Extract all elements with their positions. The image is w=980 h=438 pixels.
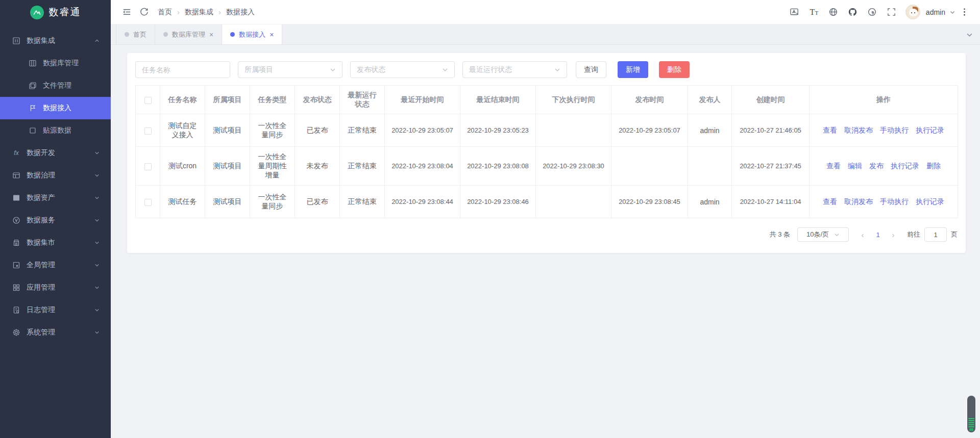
refresh-button[interactable] — [135, 4, 153, 21]
tab-label: 首页 — [133, 30, 146, 39]
next-page-button[interactable]: › — [887, 227, 900, 242]
username-label[interactable]: admin — [926, 8, 945, 16]
refresh-icon — [139, 7, 149, 17]
sidebar-item-label: 贴源数据 — [43, 126, 71, 135]
page-content: 所属项目 发布状态 最近运行状态 查询 新增 删除 — [111, 45, 980, 438]
action-exec-log-link[interactable]: 执行记录 — [891, 162, 919, 171]
tab-close-icon[interactable]: × — [270, 31, 274, 38]
page-size-value: 10条/页 — [806, 230, 829, 239]
action-unpublish-link[interactable]: 取消发布 — [844, 197, 873, 207]
col-end-time: 最近结束时间 — [460, 86, 536, 114]
grid-table-icon — [12, 171, 20, 179]
add-button[interactable]: 新增 — [618, 61, 648, 78]
delete-button[interactable]: 删除 — [659, 61, 690, 78]
sidebar-collapse-button[interactable] — [118, 4, 135, 21]
select-all-checkbox[interactable] — [144, 97, 152, 104]
cell-operations: 查看编辑发布执行记录删除 — [810, 147, 958, 186]
action-exec-log-link[interactable]: 执行记录 — [916, 197, 944, 207]
top-header: 首页 › 数据集成 › 数据接入 TT — [111, 0, 980, 24]
sidebar-item-app-management[interactable]: 应用管理 — [0, 276, 111, 299]
pagination: 共 3 条 10条/页 ‹ 1 › 前往 页 — [135, 227, 958, 242]
cell-run-status: 正常结束 — [340, 114, 385, 147]
sidebar-item-data-integration[interactable]: 数据集成 — [0, 30, 111, 52]
row-checkbox[interactable] — [144, 163, 152, 170]
row-checkbox[interactable] — [144, 199, 152, 206]
chevron-down-icon — [94, 150, 100, 156]
publish-status-placeholder: 发布状态 — [357, 65, 385, 74]
fullscreen-button[interactable] — [883, 4, 900, 21]
tab-close-icon[interactable]: × — [209, 31, 213, 38]
run-status-select[interactable]: 最近运行状态 — [462, 61, 567, 78]
cell-publisher: admin — [688, 186, 732, 218]
page-size-select[interactable]: 10条/页 — [797, 227, 849, 242]
sidebar-item-log-management[interactable]: 日志管理 — [0, 299, 111, 321]
col-task-type: 任务类型 — [250, 86, 295, 114]
sidebar-item-label: 数据治理 — [27, 171, 55, 180]
chevron-up-icon — [94, 38, 100, 43]
goto-page-input[interactable] — [924, 227, 947, 242]
gitee-button[interactable] — [864, 4, 881, 21]
sidebar-item-file-management[interactable]: 文件管理 — [0, 74, 111, 97]
cell-end-time: 2022-10-29 23:08:46 — [460, 186, 536, 218]
action-view-link[interactable]: 查看 — [823, 126, 837, 135]
action-exec-log-link[interactable]: 执行记录 — [916, 126, 944, 135]
fx-icon: fx — [12, 149, 20, 157]
tab-database-management[interactable]: 数据库管理 × — [155, 24, 222, 44]
github-button[interactable] — [844, 4, 862, 21]
sidebar-item-source-data[interactable]: 贴源数据 — [0, 119, 111, 142]
user-avatar[interactable] — [905, 5, 920, 19]
publish-status-select[interactable]: 发布状态 — [350, 61, 455, 78]
more-menu-button[interactable] — [958, 4, 971, 21]
prev-page-button[interactable]: ‹ — [856, 227, 869, 242]
sidebar-item-data-services[interactable]: 数据服务 — [0, 209, 111, 231]
log-doc-icon — [12, 306, 20, 314]
action-view-link[interactable]: 查看 — [823, 197, 837, 207]
sidebar-item-global-management[interactable]: 全局管理 — [0, 254, 111, 276]
action-unpublish-link[interactable]: 取消发布 — [844, 126, 873, 135]
chevron-down-icon — [94, 263, 100, 268]
screenshot-translate-button[interactable] — [786, 4, 803, 21]
action-manual-run-link[interactable]: 手动执行 — [880, 197, 909, 207]
breadcrumb-home[interactable]: 首页 — [158, 8, 172, 17]
action-manual-run-link[interactable]: 手动执行 — [880, 126, 909, 135]
terminal-icon — [12, 194, 20, 202]
tab-home[interactable]: 首页 — [116, 24, 155, 44]
sidebar-item-database-management[interactable]: 数据库管理 — [0, 52, 111, 74]
cell-task-type: 一次性全量同步 — [250, 186, 295, 218]
search-button[interactable]: 查询 — [576, 61, 606, 78]
sidebar-item-data-development[interactable]: fx 数据开发 — [0, 142, 111, 164]
scroll-widget[interactable] — [967, 396, 975, 432]
files-icon — [29, 82, 37, 90]
tab-bar: 首页 数据库管理 × 数据接入 × — [111, 24, 980, 45]
task-name-input[interactable] — [135, 61, 230, 78]
action-edit-link[interactable]: 编辑 — [848, 162, 862, 171]
app-title: 数睿通 — [49, 6, 81, 19]
language-button[interactable] — [825, 4, 842, 21]
tasks-table: 任务名称 所属项目 任务类型 发布状态 最新运行状态 最近开始时间 最近结束时间… — [135, 85, 958, 218]
app-logo[interactable]: 数睿通 — [0, 0, 111, 24]
breadcrumb-data-integration[interactable]: 数据集成 — [185, 8, 213, 17]
action-delete-link[interactable]: 删除 — [926, 162, 941, 171]
sidebar-item-data-access[interactable]: 数据接入 — [0, 97, 111, 119]
project-select[interactable]: 所属项目 — [238, 61, 342, 78]
sidebar-item-data-mart[interactable]: 数据集市 — [0, 231, 111, 254]
sidebar-item-label: 全局管理 — [27, 261, 55, 270]
cell-operations: 查看取消发布手动执行执行记录 — [810, 186, 958, 218]
chevron-down-icon — [834, 232, 840, 238]
image-text-icon — [790, 7, 799, 17]
row-checkbox[interactable] — [144, 127, 152, 135]
col-publish-status: 发布状态 — [295, 86, 340, 114]
tab-data-access[interactable]: 数据接入 × — [222, 24, 282, 44]
font-size-button[interactable]: TT — [805, 4, 823, 21]
sidebar-item-data-governance[interactable]: 数据治理 — [0, 164, 111, 187]
filter-bar: 所属项目 发布状态 最近运行状态 查询 新增 删除 — [135, 61, 958, 78]
page-number-1[interactable]: 1 — [871, 227, 885, 242]
sidebar-item-system-management[interactable]: 系统管理 — [0, 321, 111, 344]
action-publish-link[interactable]: 发布 — [869, 162, 884, 171]
action-view-link[interactable]: 查看 — [826, 162, 841, 171]
cell-next-time — [536, 186, 611, 218]
user-menu-chevron-icon[interactable] — [949, 9, 955, 15]
sidebar-item-data-assets[interactable]: 数据资产 — [0, 187, 111, 209]
chevron-down-icon — [94, 173, 100, 178]
tab-options-button[interactable] — [966, 24, 973, 45]
